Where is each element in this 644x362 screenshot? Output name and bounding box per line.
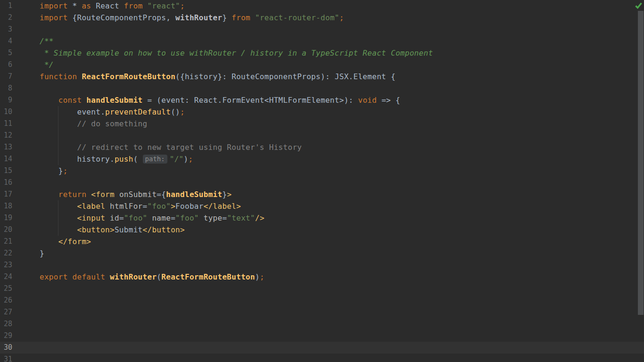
code-line[interactable]: 9 const handleSubmit = (event: React.For…	[0, 94, 644, 106]
code-line[interactable]: 24export default withRouter(ReactFormRou…	[0, 271, 644, 283]
line-number[interactable]: 12	[0, 130, 12, 141]
code-line[interactable]: 20 <button>Submit</button>	[0, 224, 644, 236]
token-fn: ReactFormRouteButton	[82, 72, 175, 81]
line-number[interactable]: 23	[0, 259, 12, 271]
token-d: =	[171, 214, 175, 222]
token-d: ()	[171, 107, 180, 116]
token-tag: <label	[77, 202, 105, 211]
inspections-status-icon[interactable]	[635, 1, 643, 9]
code-line[interactable]: 30	[0, 342, 644, 354]
code-line[interactable]: 5 * Simple example on how to use withRou…	[0, 47, 644, 59]
token-d: *	[68, 1, 82, 10]
code-line[interactable]: 7function ReactFormRouteButton({history}…	[0, 71, 644, 82]
line-number[interactable]: 3	[0, 24, 12, 35]
code-text: * Simple example on how to use withRoute…	[40, 47, 644, 59]
code-line[interactable]: 2import {RouteComponentProps, withRouter…	[0, 12, 644, 24]
code-line[interactable]: 26	[0, 295, 644, 306]
code-line[interactable]: 27	[0, 306, 644, 318]
code-text	[40, 24, 644, 35]
code-text: };	[40, 165, 644, 177]
code-line[interactable]: 17 return <form onSubmit={handleSubmit}>	[0, 189, 644, 200]
token-semi: ;	[63, 166, 68, 175]
line-number[interactable]: 15	[0, 165, 12, 177]
code-line[interactable]: 29	[0, 330, 644, 342]
line-number[interactable]: 29	[0, 330, 12, 342]
code-text: */	[40, 59, 644, 71]
token-d: =	[119, 214, 124, 222]
code-text	[40, 318, 644, 330]
code-line[interactable]: 3	[0, 24, 644, 35]
code-line[interactable]: 15 };	[0, 165, 644, 177]
code-line[interactable]: 23	[0, 259, 644, 271]
line-number[interactable]: 1	[0, 0, 12, 12]
token-d	[250, 13, 255, 22]
token-d: Submit	[115, 225, 143, 234]
token-d: history.	[40, 155, 115, 164]
line-number[interactable]: 8	[0, 82, 12, 94]
code-text	[40, 177, 644, 189]
code-line[interactable]: 4/**	[0, 35, 644, 47]
token-d: (	[157, 272, 161, 281]
token-str: "foo"	[147, 202, 171, 211]
line-number[interactable]: 26	[0, 295, 12, 306]
line-number[interactable]: 5	[0, 47, 12, 59]
code-line[interactable]: 10 event.preventDefault();	[0, 106, 644, 118]
line-number[interactable]: 22	[0, 247, 12, 259]
line-number[interactable]: 21	[0, 236, 12, 247]
code-line[interactable]: 8	[0, 82, 644, 94]
line-number[interactable]: 19	[0, 212, 12, 224]
code-text: function ReactFormRouteButton({history}:…	[40, 71, 644, 82]
line-number[interactable]: 7	[0, 71, 12, 82]
code-line[interactable]: 21 </form>	[0, 236, 644, 247]
code-line[interactable]: 11 // do something	[0, 118, 644, 130]
line-number[interactable]: 31	[0, 354, 12, 362]
line-number[interactable]: 2	[0, 12, 12, 24]
code-line[interactable]: 25	[0, 283, 644, 295]
token-bid: withRouter	[175, 13, 222, 22]
token-doc: /**	[40, 37, 54, 46]
token-d: event.	[40, 107, 105, 116]
token-semi: ;	[339, 13, 344, 22]
line-number[interactable]: 6	[0, 59, 12, 71]
line-number[interactable]: 17	[0, 189, 12, 200]
line-number[interactable]: 25	[0, 283, 12, 295]
scrollbar[interactable]	[637, 0, 644, 362]
code-line[interactable]: 16	[0, 177, 644, 189]
line-number[interactable]: 24	[0, 271, 12, 283]
line-number[interactable]: 10	[0, 106, 12, 118]
line-number[interactable]: 9	[0, 94, 12, 106]
token-kw: const	[58, 96, 82, 105]
line-number[interactable]: 18	[0, 200, 12, 212]
line-number[interactable]: 20	[0, 224, 12, 236]
line-number[interactable]: 11	[0, 118, 12, 130]
line-number[interactable]: 14	[0, 153, 12, 165]
token-tag: <button>	[77, 225, 114, 234]
line-number[interactable]: 30	[0, 342, 12, 354]
code-line[interactable]: 19 <input id="foo" name="foo" type="text…	[0, 212, 644, 224]
code-line[interactable]: 22}	[0, 247, 644, 259]
code-line[interactable]: 12	[0, 130, 644, 141]
line-number[interactable]: 13	[0, 141, 12, 153]
scrollbar-thumb[interactable]	[638, 11, 644, 315]
code-line[interactable]: 31	[0, 354, 644, 362]
code-text: import * as React from "react";	[40, 0, 644, 12]
code-line[interactable]: 13 // redirect to new target using Route…	[0, 141, 644, 153]
line-number[interactable]: 4	[0, 35, 12, 47]
token-attr: htmlFor	[110, 202, 143, 211]
line-number[interactable]: 27	[0, 306, 12, 318]
code-line[interactable]: 28	[0, 318, 644, 330]
code-line[interactable]: 6 */	[0, 59, 644, 71]
token-d	[68, 272, 73, 281]
token-tag: >	[227, 190, 231, 199]
token-str: "/"	[170, 155, 184, 164]
line-number[interactable]: 16	[0, 177, 12, 189]
token-attr: id	[110, 214, 119, 222]
parameter-hint-inlay: path:	[143, 155, 167, 164]
code-line[interactable]: 14 history.push( path:"/");	[0, 153, 644, 165]
line-number[interactable]: 28	[0, 318, 12, 330]
code-line[interactable]: 1import * as React from "react";	[0, 0, 644, 12]
token-tag: >	[171, 202, 175, 211]
code-text	[40, 283, 644, 295]
token-d: }	[222, 13, 231, 22]
code-line[interactable]: 18 <label htmlFor="foo">Foobar</label>	[0, 200, 644, 212]
